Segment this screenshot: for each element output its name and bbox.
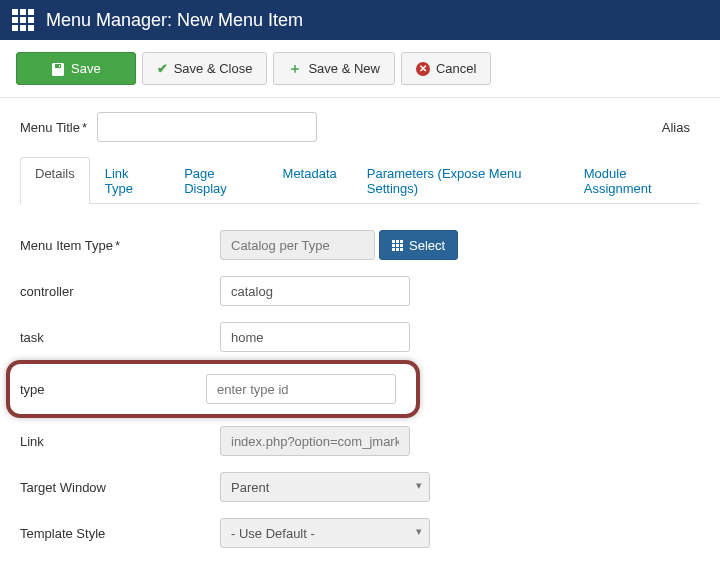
save-button-label: Save bbox=[71, 61, 101, 76]
menu-item-type-label: Menu Item Type* bbox=[20, 238, 220, 253]
plus-icon: ＋ bbox=[288, 60, 302, 78]
field-template-style: Template Style - Use Default - bbox=[20, 510, 700, 556]
cancel-label: Cancel bbox=[436, 61, 476, 76]
type-label: type bbox=[20, 382, 206, 397]
tab-page-display[interactable]: Page Display bbox=[169, 157, 267, 204]
select-type-button[interactable]: Select bbox=[379, 230, 458, 260]
tab-metadata[interactable]: Metadata bbox=[268, 157, 352, 204]
field-task: task bbox=[20, 314, 700, 360]
cancel-icon: ✕ bbox=[416, 62, 430, 76]
field-menu-item-type: Menu Item Type* Select bbox=[20, 222, 700, 268]
tab-details[interactable]: Details bbox=[20, 157, 90, 204]
save-new-label: Save & New bbox=[308, 61, 380, 76]
toolbar: Save ✔ Save & Close ＋ Save & New ✕ Cance… bbox=[0, 40, 720, 98]
tab-parameters[interactable]: Parameters (Expose Menu Settings) bbox=[352, 157, 569, 204]
template-style-label: Template Style bbox=[20, 526, 220, 541]
alias-group: Alias bbox=[662, 120, 700, 135]
menu-item-type-value bbox=[220, 230, 375, 260]
alias-label: Alias bbox=[662, 120, 690, 135]
tab-link-type[interactable]: Link Type bbox=[90, 157, 169, 204]
header-bar: Menu Manager: New Menu Item bbox=[0, 0, 720, 40]
task-input[interactable] bbox=[220, 322, 410, 352]
tab-module-assignment[interactable]: Module Assignment bbox=[569, 157, 700, 204]
tabs: Details Link Type Page Display Metadata … bbox=[20, 156, 700, 204]
save-new-button[interactable]: ＋ Save & New bbox=[273, 52, 395, 85]
cancel-button[interactable]: ✕ Cancel bbox=[401, 52, 491, 85]
form-area: Menu Title* Alias Details Link Type Page… bbox=[0, 98, 720, 573]
check-icon: ✔ bbox=[157, 61, 168, 76]
required-mark: * bbox=[115, 238, 120, 253]
apply-icon bbox=[51, 62, 65, 76]
controller-label: controller bbox=[20, 284, 220, 299]
template-style-select[interactable]: - Use Default - bbox=[220, 518, 430, 548]
field-type: type bbox=[20, 370, 406, 408]
save-close-button[interactable]: ✔ Save & Close bbox=[142, 52, 268, 85]
save-close-label: Save & Close bbox=[174, 61, 253, 76]
list-grid-icon bbox=[12, 9, 34, 31]
select-button-label: Select bbox=[409, 238, 445, 253]
required-mark: * bbox=[82, 120, 87, 135]
task-label: task bbox=[20, 330, 220, 345]
link-value bbox=[220, 426, 410, 456]
controller-input[interactable] bbox=[220, 276, 410, 306]
link-label: Link bbox=[20, 434, 220, 449]
menu-title-label: Menu Title* bbox=[20, 120, 87, 135]
save-button[interactable]: Save bbox=[16, 52, 136, 85]
field-link: Link bbox=[20, 418, 700, 464]
type-input[interactable] bbox=[206, 374, 396, 404]
details-panel: Menu Item Type* Select controller task bbox=[20, 204, 700, 573]
target-window-label: Target Window bbox=[20, 480, 220, 495]
menu-title-input[interactable] bbox=[97, 112, 317, 142]
field-controller: controller bbox=[20, 268, 700, 314]
page-title: Menu Manager: New Menu Item bbox=[46, 10, 303, 31]
field-target-window: Target Window Parent bbox=[20, 464, 700, 510]
highlight-annotation: type bbox=[6, 360, 420, 418]
menu-title-group: Menu Title* bbox=[20, 112, 317, 142]
target-window-select[interactable]: Parent bbox=[220, 472, 430, 502]
list-icon bbox=[392, 240, 403, 251]
top-field-row: Menu Title* Alias bbox=[20, 112, 700, 142]
